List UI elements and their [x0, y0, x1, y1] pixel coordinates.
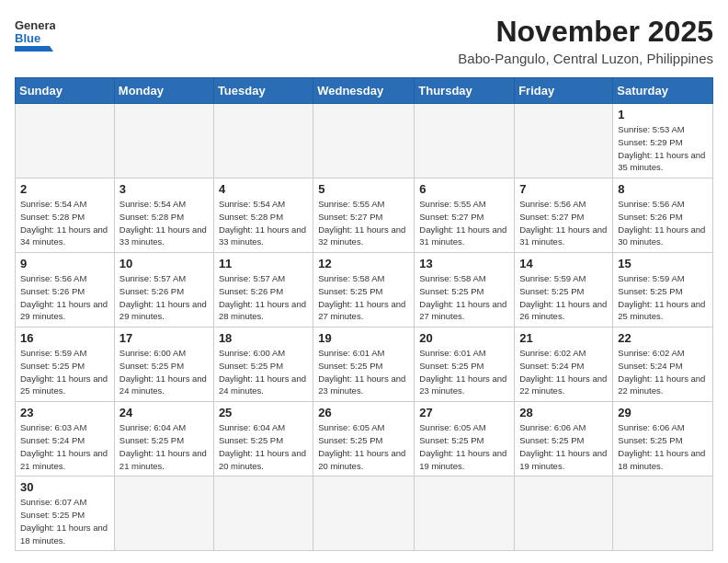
- logo: General Blue: [15, 15, 55, 52]
- day-number: 30: [20, 480, 109, 494]
- calendar-cell: [613, 477, 713, 551]
- calendar-cell: [515, 477, 613, 551]
- day-info: Sunrise: 6:04 AMSunset: 5:25 PMDaylight:…: [219, 421, 308, 472]
- day-info: Sunrise: 5:56 AMSunset: 5:27 PMDaylight:…: [519, 198, 608, 248]
- day-number: 11: [219, 257, 308, 270]
- calendar-cell: 11Sunrise: 5:57 AMSunset: 5:26 PMDayligh…: [213, 253, 313, 327]
- day-info: Sunrise: 6:01 AMSunset: 5:25 PMDaylight:…: [419, 347, 509, 397]
- calendar-cell: 30Sunrise: 6:07 AMSunset: 5:25 PMDayligh…: [16, 477, 115, 551]
- day-number: 2: [20, 182, 109, 196]
- calendar-cell: 1Sunrise: 5:53 AMSunset: 5:29 PMDaylight…: [613, 104, 713, 178]
- day-info: Sunrise: 5:59 AMSunset: 5:25 PMDaylight:…: [618, 272, 708, 323]
- header: General Blue November 2025 Babo-Pangulo,…: [15, 15, 713, 66]
- calendar-week-row: 1Sunrise: 5:53 AMSunset: 5:29 PMDaylight…: [16, 104, 713, 178]
- day-info: Sunrise: 6:01 AMSunset: 5:25 PMDaylight:…: [318, 347, 409, 397]
- calendar: SundayMondayTuesdayWednesdayThursdayFrid…: [15, 77, 713, 551]
- calendar-cell: [415, 477, 515, 551]
- day-number: 16: [20, 331, 109, 345]
- calendar-cell: 2Sunrise: 5:54 AMSunset: 5:28 PMDaylight…: [16, 178, 115, 253]
- day-number: 7: [519, 182, 608, 196]
- calendar-week-row: 9Sunrise: 5:56 AMSunset: 5:26 PMDaylight…: [16, 253, 713, 327]
- day-info: Sunrise: 5:56 AMSunset: 5:26 PMDaylight:…: [618, 198, 708, 248]
- day-info: Sunrise: 5:54 AMSunset: 5:28 PMDaylight:…: [119, 198, 209, 248]
- day-info: Sunrise: 6:05 AMSunset: 5:25 PMDaylight:…: [419, 421, 509, 472]
- calendar-cell: [213, 104, 313, 178]
- location-title: Babo-Pangulo, Central Luzon, Philippines: [458, 51, 713, 66]
- day-info: Sunrise: 6:02 AMSunset: 5:24 PMDaylight:…: [618, 347, 708, 397]
- day-number: 12: [318, 257, 409, 270]
- day-number: 5: [318, 182, 409, 196]
- calendar-cell: 12Sunrise: 5:58 AMSunset: 5:25 PMDayligh…: [313, 253, 415, 327]
- day-number: 20: [419, 331, 509, 345]
- svg-text:Blue: Blue: [15, 31, 40, 45]
- day-info: Sunrise: 5:53 AMSunset: 5:29 PMDaylight:…: [618, 123, 708, 174]
- col-header-monday: Monday: [114, 78, 213, 104]
- day-number: 25: [219, 406, 308, 419]
- calendar-week-row: 30Sunrise: 6:07 AMSunset: 5:25 PMDayligh…: [16, 477, 713, 551]
- day-number: 19: [318, 331, 409, 345]
- day-number: 9: [20, 257, 109, 270]
- day-number: 29: [618, 406, 708, 419]
- col-header-saturday: Saturday: [613, 78, 713, 104]
- day-info: Sunrise: 5:57 AMSunset: 5:26 PMDaylight:…: [119, 272, 209, 323]
- calendar-cell: 28Sunrise: 6:06 AMSunset: 5:25 PMDayligh…: [515, 402, 613, 477]
- col-header-thursday: Thursday: [415, 78, 515, 104]
- col-header-wednesday: Wednesday: [313, 78, 415, 104]
- day-number: 22: [618, 331, 708, 345]
- calendar-cell: 10Sunrise: 5:57 AMSunset: 5:26 PMDayligh…: [114, 253, 213, 327]
- calendar-cell: 14Sunrise: 5:59 AMSunset: 5:25 PMDayligh…: [515, 253, 613, 327]
- calendar-cell: 7Sunrise: 5:56 AMSunset: 5:27 PMDaylight…: [515, 178, 613, 253]
- svg-text:General: General: [15, 18, 55, 32]
- calendar-cell: 9Sunrise: 5:56 AMSunset: 5:26 PMDaylight…: [16, 253, 115, 327]
- day-info: Sunrise: 6:07 AMSunset: 5:25 PMDaylight:…: [20, 496, 109, 546]
- calendar-cell: 23Sunrise: 6:03 AMSunset: 5:24 PMDayligh…: [16, 402, 115, 477]
- day-number: 8: [618, 182, 708, 196]
- calendar-cell: [313, 104, 415, 178]
- day-info: Sunrise: 6:06 AMSunset: 5:25 PMDaylight:…: [519, 421, 608, 472]
- day-number: 10: [119, 257, 209, 270]
- calendar-cell: 8Sunrise: 5:56 AMSunset: 5:26 PMDaylight…: [613, 178, 713, 253]
- day-number: 28: [519, 406, 608, 419]
- calendar-cell: 27Sunrise: 6:05 AMSunset: 5:25 PMDayligh…: [415, 402, 515, 477]
- day-info: Sunrise: 6:03 AMSunset: 5:24 PMDaylight:…: [20, 421, 109, 472]
- calendar-cell: 4Sunrise: 5:54 AMSunset: 5:28 PMDaylight…: [213, 178, 313, 253]
- calendar-cell: 6Sunrise: 5:55 AMSunset: 5:27 PMDaylight…: [415, 178, 515, 253]
- calendar-cell: [16, 104, 115, 178]
- day-info: Sunrise: 5:55 AMSunset: 5:27 PMDaylight:…: [318, 198, 409, 248]
- calendar-cell: 25Sunrise: 6:04 AMSunset: 5:25 PMDayligh…: [213, 402, 313, 477]
- col-header-friday: Friday: [515, 78, 613, 104]
- calendar-cell: [515, 104, 613, 178]
- day-number: 1: [618, 108, 708, 121]
- calendar-week-row: 23Sunrise: 6:03 AMSunset: 5:24 PMDayligh…: [16, 402, 713, 477]
- day-number: 15: [618, 257, 708, 270]
- calendar-cell: [114, 104, 213, 178]
- day-info: Sunrise: 6:06 AMSunset: 5:25 PMDaylight:…: [618, 421, 708, 472]
- day-number: 27: [419, 406, 509, 419]
- day-info: Sunrise: 5:58 AMSunset: 5:25 PMDaylight:…: [318, 272, 409, 323]
- calendar-cell: 15Sunrise: 5:59 AMSunset: 5:25 PMDayligh…: [613, 253, 713, 327]
- calendar-cell: 26Sunrise: 6:05 AMSunset: 5:25 PMDayligh…: [313, 402, 415, 477]
- title-area: November 2025 Babo-Pangulo, Central Luzo…: [458, 15, 713, 66]
- calendar-week-row: 2Sunrise: 5:54 AMSunset: 5:28 PMDaylight…: [16, 178, 713, 253]
- day-info: Sunrise: 5:57 AMSunset: 5:26 PMDaylight:…: [219, 272, 308, 323]
- day-info: Sunrise: 5:59 AMSunset: 5:25 PMDaylight:…: [20, 347, 109, 397]
- day-info: Sunrise: 5:56 AMSunset: 5:26 PMDaylight:…: [20, 272, 109, 323]
- calendar-cell: 18Sunrise: 6:00 AMSunset: 5:25 PMDayligh…: [213, 327, 313, 402]
- calendar-cell: [114, 477, 213, 551]
- calendar-cell: [313, 477, 415, 551]
- day-number: 6: [419, 182, 509, 196]
- calendar-cell: 5Sunrise: 5:55 AMSunset: 5:27 PMDaylight…: [313, 178, 415, 253]
- calendar-cell: 16Sunrise: 5:59 AMSunset: 5:25 PMDayligh…: [16, 327, 115, 402]
- day-number: 4: [219, 182, 308, 196]
- day-number: 18: [219, 331, 308, 345]
- calendar-week-row: 16Sunrise: 5:59 AMSunset: 5:25 PMDayligh…: [16, 327, 713, 402]
- day-info: Sunrise: 6:04 AMSunset: 5:25 PMDaylight:…: [119, 421, 209, 472]
- day-number: 14: [519, 257, 608, 270]
- day-number: 13: [419, 257, 509, 270]
- calendar-cell: 29Sunrise: 6:06 AMSunset: 5:25 PMDayligh…: [613, 402, 713, 477]
- col-header-sunday: Sunday: [16, 78, 115, 104]
- day-info: Sunrise: 6:00 AMSunset: 5:25 PMDaylight:…: [219, 347, 308, 397]
- day-number: 23: [20, 406, 109, 419]
- month-title: November 2025: [458, 15, 713, 49]
- day-info: Sunrise: 6:05 AMSunset: 5:25 PMDaylight:…: [318, 421, 409, 472]
